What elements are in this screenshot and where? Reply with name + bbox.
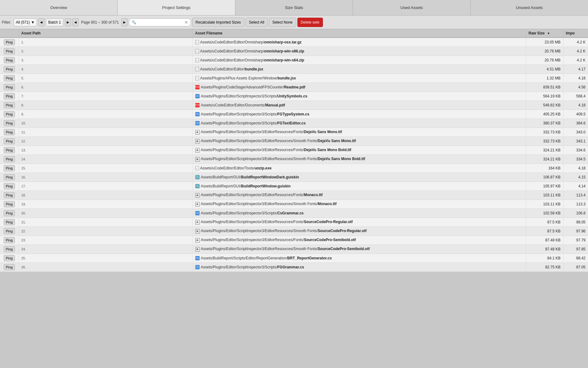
ping-button[interactable]: Ping — [4, 228, 15, 234]
table-row: Ping3.□Assets/uCodeEditor/Editor/Omnisha… — [0, 56, 588, 65]
raw-size-cell: 20.76 MB — [526, 56, 563, 65]
impo-cell: 4.18 — [563, 101, 588, 110]
ping-button[interactable]: Ping — [4, 102, 15, 108]
delete-selected-btn[interactable]: Delete sele — [297, 18, 323, 27]
search-clear-btn[interactable]: ✕ — [184, 20, 188, 25]
prev-page-btn[interactable]: ◀ — [72, 18, 79, 26]
ping-button[interactable]: Ping — [4, 192, 15, 198]
impo-cell: 4.2 K — [563, 38, 588, 47]
raw-size-cell: 4.51 MB — [526, 65, 563, 74]
asset-path-cell: 11. — [19, 128, 192, 137]
asset-path-cell: 21. — [19, 218, 192, 227]
asset-path-cell: 26. — [19, 263, 192, 272]
ping-button[interactable]: Ping — [4, 264, 15, 270]
table-body: Ping1.□Assets/uCodeEditor/Editor/Omnisha… — [0, 38, 588, 272]
ping-button[interactable]: Ping — [4, 75, 15, 81]
col-header-asset-path[interactable]: Asset Path — [19, 29, 192, 38]
select-all-btn[interactable]: Select All — [246, 18, 268, 27]
ping-button[interactable]: Ping — [4, 201, 15, 207]
prev-batch-btn[interactable]: ◀ — [38, 18, 44, 26]
table-row: Ping2.□Assets/uCodeEditor/Editor/Omnisha… — [0, 47, 588, 56]
table-row: Ping10.C#Assets/Plugins/Editor/ScriptIns… — [0, 119, 588, 128]
asset-filename-cell: AAssets/Plugins/Editor/ScriptInspector3/… — [192, 236, 526, 245]
ping-button[interactable]: Ping — [4, 147, 15, 153]
asset-path-cell: 15. — [19, 164, 192, 173]
raw-size-cell: 549.82 KB — [526, 101, 563, 110]
table-row: Ping17.GAssets/BuildReport/GUI/BuildRepo… — [0, 182, 588, 191]
asset-filename-cell: C#Assets/Plugins/Editor/ScriptInspector3… — [192, 92, 526, 101]
ping-button[interactable]: Ping — [4, 246, 15, 252]
table-row: Ping11.AAssets/Plugins/Editor/ScriptInsp… — [0, 128, 588, 137]
asset-path-cell: 5. — [19, 74, 192, 83]
ping-button[interactable]: Ping — [4, 120, 15, 126]
asset-filename-cell: PDFAssets/Plugins/CodeStage/AdvancedFPSC… — [192, 83, 526, 92]
impo-cell: 106.8 — [563, 209, 588, 218]
chevron-down-icon: ▼ — [31, 20, 35, 25]
impo-cell: 334.6 — [563, 146, 588, 155]
asset-filename-cell: C#Assets/BuildReport/Scripts/Editor/Repo… — [192, 254, 526, 263]
impo-cell: 98.05 — [563, 218, 588, 227]
ping-button[interactable]: Ping — [4, 66, 15, 72]
ping-button[interactable]: Ping — [4, 48, 15, 54]
asset-filename-cell: PDFAssets/uCodeEditor/Editor/Documents/M… — [192, 101, 526, 110]
raw-size-cell: 102.58 KB — [526, 209, 563, 218]
asset-path-cell: 25. — [19, 254, 192, 263]
impo-cell: 113.3 — [563, 200, 588, 209]
col-header-raw-size[interactable]: Raw Size ▼ — [526, 29, 563, 38]
table-row: Ping21.AAssets/Plugins/Editor/ScriptInsp… — [0, 218, 588, 227]
raw-size-cell: 20.76 MB — [526, 47, 563, 56]
ping-button[interactable]: Ping — [4, 138, 15, 144]
nav-tab-size-stats[interactable]: Size Stats — [235, 0, 353, 15]
asset-filename-cell: C#Assets/Plugins/Editor/ScriptInspector3… — [192, 263, 526, 272]
ping-button[interactable]: Ping — [4, 237, 15, 243]
col-header-impo[interactable]: Impo — [563, 29, 588, 38]
asset-path-cell: 3. — [19, 56, 192, 65]
table-row: Ping26.C#Assets/Plugins/Editor/ScriptIns… — [0, 263, 588, 272]
impo-cell: 334.5 — [563, 155, 588, 164]
sort-icon: ▼ — [547, 32, 550, 35]
ping-button[interactable]: Ping — [4, 255, 15, 261]
asset-filename-cell: AAssets/Plugins/Editor/ScriptInspector3/… — [192, 128, 526, 137]
select-none-btn[interactable]: Select None — [269, 18, 296, 27]
nav-tab-overview[interactable]: Overview — [0, 0, 118, 15]
ping-button[interactable]: Ping — [4, 57, 15, 63]
ping-button[interactable]: Ping — [4, 111, 15, 117]
asset-path-cell: 13. — [19, 146, 192, 155]
table-row: Ping6.PDFAssets/Plugins/CodeStage/Advanc… — [0, 83, 588, 92]
table-row: Ping18.AAssets/Plugins/Editor/ScriptInsp… — [0, 191, 588, 200]
impo-cell: 97.79 — [563, 236, 588, 245]
asset-path-cell: 2. — [19, 47, 192, 56]
ping-button[interactable]: Ping — [4, 39, 15, 45]
nav-tab-unused-assets[interactable]: Unused Assets — [471, 0, 588, 15]
nav-tab-used-assets[interactable]: Used Assets — [353, 0, 471, 15]
search-input[interactable] — [138, 20, 183, 25]
ping-button[interactable]: Ping — [4, 156, 15, 162]
impo-cell: 409.5 — [563, 110, 588, 119]
filter-dropdown[interactable]: All (571) ▼ — [14, 18, 37, 26]
ping-button[interactable]: Ping — [4, 219, 15, 225]
raw-size-cell: 1.32 MB — [526, 74, 563, 83]
ping-button[interactable]: Ping — [4, 183, 15, 189]
next-page-btn[interactable]: ▶ — [121, 18, 128, 26]
impo-cell: 4.2 K — [563, 56, 588, 65]
asset-filename-cell: □Assets/Plugins/APlus Assets Explorer/Wi… — [192, 74, 526, 83]
asset-filename-cell: AAssets/Plugins/Editor/ScriptInspector3/… — [192, 146, 526, 155]
page-info: Page 001 – 300 of 571 — [81, 20, 119, 25]
ping-button[interactable]: Ping — [4, 174, 15, 180]
nav-tab-project-settings[interactable]: Project Settings — [118, 0, 235, 15]
ping-button[interactable]: Ping — [4, 210, 15, 216]
raw-size-cell: 87.5 KB — [526, 218, 563, 227]
next-batch-btn[interactable]: ▶ — [65, 18, 71, 26]
recalculate-btn[interactable]: Recalculate Imported Sizes — [192, 18, 244, 27]
impo-cell: 4.56 — [563, 83, 588, 92]
asset-filename-cell: AAssets/Plugins/Editor/ScriptInspector3/… — [192, 245, 526, 254]
asset-path-cell: 6. — [19, 83, 192, 92]
ping-button[interactable]: Ping — [4, 84, 15, 90]
ping-button[interactable]: Ping — [4, 129, 15, 135]
ping-button[interactable]: Ping — [4, 93, 15, 99]
ping-button[interactable]: Ping — [4, 165, 15, 171]
impo-cell: 97.85 — [563, 245, 588, 254]
col-header-asset-filename[interactable]: Asset Filename — [192, 29, 526, 38]
asset-path-cell: 23. — [19, 236, 192, 245]
asset-path-cell: 9. — [19, 110, 192, 119]
